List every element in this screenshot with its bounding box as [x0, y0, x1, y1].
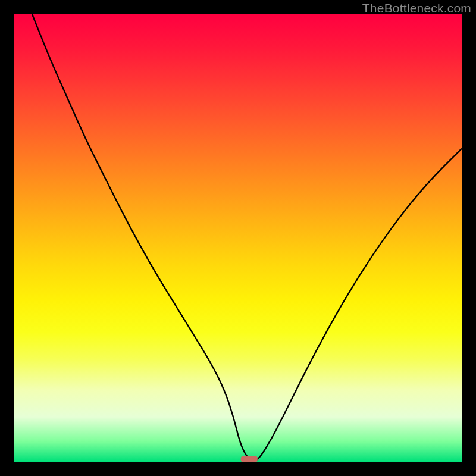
chart-frame: TheBottleneck.com [0, 0, 476, 476]
curve-layer [14, 14, 462, 462]
watermark-text: TheBottleneck.com [362, 1, 471, 15]
optimum-marker [241, 456, 258, 462]
bottleneck-curve [32, 14, 462, 461]
plot-area [14, 14, 462, 462]
